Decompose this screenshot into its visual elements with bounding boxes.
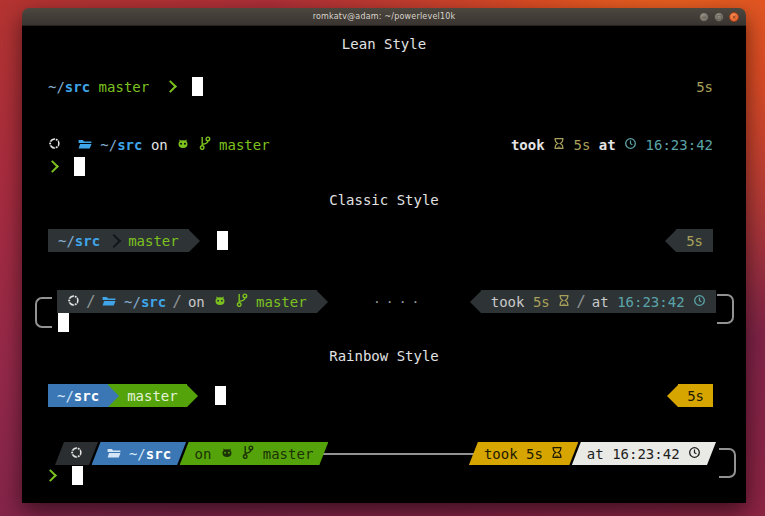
github-icon xyxy=(220,447,234,459)
duration-segment: 5s xyxy=(678,384,713,407)
path-dir: src xyxy=(146,446,171,462)
subsegment-slash: / xyxy=(570,292,592,311)
time-value: 16:23:42 xyxy=(612,446,679,462)
rainbow-input-line xyxy=(46,464,83,487)
git-branch-icon xyxy=(199,136,211,150)
word-at: at xyxy=(587,446,604,462)
word-at: at xyxy=(592,294,609,310)
text-cursor xyxy=(58,313,69,332)
duration-value: 5s xyxy=(574,137,591,153)
section-heading-rainbow: Rainbow Style xyxy=(22,348,746,364)
time-value: 16:23:42 xyxy=(617,294,684,310)
prompt-frame-left xyxy=(35,297,52,328)
rainbow-prompt-full: ~/src on master took 5s xyxy=(55,442,716,465)
word-on: on xyxy=(142,137,176,153)
close-button[interactable]: × xyxy=(729,12,739,22)
git-branch: master xyxy=(119,388,178,404)
subsegment-slash: / xyxy=(166,292,188,311)
git-branch: master xyxy=(256,294,307,310)
word-on: on xyxy=(195,446,212,462)
github-icon xyxy=(176,138,190,150)
powerline-bar: ~/src master xyxy=(48,229,189,252)
powerline-arrow-icon xyxy=(108,385,119,407)
minimize-button[interactable]: − xyxy=(699,12,709,22)
path-tilde: ~/ xyxy=(124,294,141,310)
hourglass-icon xyxy=(553,137,565,150)
time-segment: at 16:23:42 xyxy=(572,442,716,465)
word-took: took xyxy=(491,294,525,310)
powerline-bar-left: / ~/src / on master xyxy=(57,290,317,313)
path-tilde: ~/ xyxy=(100,137,117,153)
folder-icon xyxy=(102,294,116,307)
subsegment-slash: / xyxy=(80,292,102,311)
terminal-window: romkatv@adam: ~/powerlevel10k − □ × Lean… xyxy=(22,8,746,503)
duration-badge: 5s xyxy=(696,79,713,95)
branch-segment: master xyxy=(108,384,187,407)
git-branch: master xyxy=(219,137,270,153)
window-controls: − □ × xyxy=(699,12,739,22)
maximize-button[interactable]: □ xyxy=(714,12,724,22)
powerline-bar-right: took 5s / at 16:23:42 xyxy=(481,290,716,313)
duration-segment: took 5s xyxy=(469,442,578,465)
path-dir: src xyxy=(75,233,100,249)
text-cursor xyxy=(217,231,228,250)
powerline-arrow-icon xyxy=(667,385,678,407)
path-segment: ~/src xyxy=(92,442,187,465)
word-took: took xyxy=(484,446,518,462)
path-tilde: ~/ xyxy=(57,388,74,404)
powerline-arrow-icon xyxy=(189,230,200,252)
classic-input-line xyxy=(58,311,69,334)
git-branch: master xyxy=(99,79,150,95)
git-branch-icon xyxy=(242,445,254,459)
lean-prompt-full: ~/src on master took 5s at 16:23:42 xyxy=(48,133,713,156)
hourglass-icon xyxy=(551,446,563,459)
git-branch: master xyxy=(128,233,179,249)
path-tilde: ~/ xyxy=(58,233,75,249)
duration-value: 5s xyxy=(526,446,543,462)
window-title: romkatv@adam: ~/powerlevel10k xyxy=(22,8,746,25)
clock-icon xyxy=(693,294,706,307)
os-segment xyxy=(55,442,98,465)
word-at: at xyxy=(599,137,616,153)
powerline-arrow-icon xyxy=(665,230,676,252)
powerline-arrow-icon xyxy=(470,291,481,313)
word-took: took xyxy=(511,137,545,153)
github-icon xyxy=(213,295,227,307)
word-on: on xyxy=(188,294,205,310)
path-segment: ~/src xyxy=(48,384,108,407)
powerline-arrow-icon xyxy=(187,385,198,407)
path-dir: src xyxy=(141,294,166,310)
terminal-body[interactable]: Lean Style ~/src master 5s ~/src on xyxy=(22,26,746,503)
clock-icon xyxy=(624,137,637,150)
powerline-arrow-icon xyxy=(317,291,328,313)
lean-prompt-short: ~/src master 5s xyxy=(48,75,713,98)
lean-input-line xyxy=(48,155,85,178)
text-cursor xyxy=(72,466,83,485)
text-cursor xyxy=(74,157,85,176)
path-dir: src xyxy=(117,137,142,153)
text-cursor xyxy=(192,77,203,96)
folder-icon xyxy=(107,446,121,459)
segment-separator-icon xyxy=(107,233,121,247)
section-heading-classic: Classic Style xyxy=(22,192,746,208)
os-ubuntu-icon xyxy=(70,446,83,459)
prompt-frame-right xyxy=(717,294,734,324)
os-ubuntu-icon xyxy=(48,137,61,150)
classic-prompt-full: / ~/src / on master ···· took xyxy=(57,290,716,313)
classic-prompt-short: ~/src master 5s xyxy=(48,229,713,252)
duration-segment: 5s xyxy=(676,229,713,252)
prompt-connector-line xyxy=(323,453,474,455)
git-branch: master xyxy=(263,446,314,462)
branch-segment: on master xyxy=(180,442,329,465)
rainbow-prompt-short: ~/src master 5s xyxy=(48,384,713,407)
gap-dots: ···· xyxy=(328,294,470,309)
clock-icon xyxy=(688,446,701,459)
path-tilde: ~/ xyxy=(129,446,146,462)
os-ubuntu-icon xyxy=(67,294,80,307)
git-branch-icon xyxy=(236,293,248,307)
hourglass-icon xyxy=(558,294,570,307)
path-tilde: ~/ xyxy=(48,79,65,95)
titlebar[interactable]: romkatv@adam: ~/powerlevel10k − □ × xyxy=(22,8,746,26)
duration-value: 5s xyxy=(533,294,550,310)
section-heading-lean: Lean Style xyxy=(22,36,746,52)
